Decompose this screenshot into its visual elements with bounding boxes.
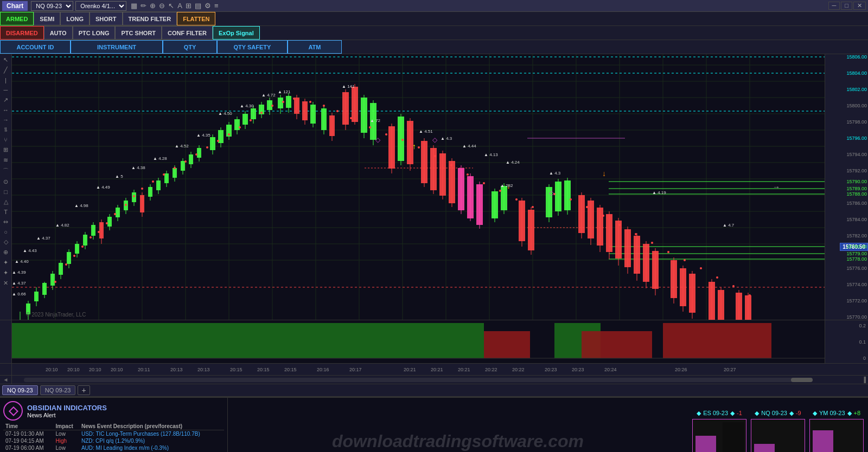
svg-text:↓: ↓ (602, 169, 606, 178)
svg-point-205 (163, 173, 165, 176)
horizontal-line-icon[interactable]: ─ (3, 86, 9, 94)
bar-chart-icon[interactable]: ▦ (131, 2, 137, 10)
svg-text:▲ 4.43: ▲ 4.43 (23, 248, 37, 253)
tab-bar: NQ 09-23 NQ 09-23 + (0, 384, 868, 397)
cursor-tool-icon[interactable]: ↖ (2, 55, 9, 64)
time-label-21: 20:27 (724, 367, 736, 372)
svg-text:◇: ◇ (375, 136, 381, 144)
auto-button[interactable]: AUTO (44, 26, 73, 40)
vertical-line-icon[interactable]: | (4, 76, 8, 85)
scroll-size-icon[interactable]: ▐ (862, 377, 866, 383)
flatten-button[interactable]: FLATTEN (177, 12, 215, 25)
chart2-icon[interactable]: ▤ (195, 2, 201, 10)
svg-rect-186 (709, 282, 715, 320)
exop-signal-button[interactable]: ExOp Signal (213, 26, 260, 40)
scroll-thumb[interactable] (791, 378, 813, 382)
svg-point-220 (336, 110, 339, 112)
text-tool-icon[interactable]: T (3, 208, 9, 216)
arc-icon[interactable]: ⌒ (2, 166, 10, 176)
diamond-icon[interactable]: ◇ (3, 237, 9, 247)
svg-text:▲ 4.51: ▲ 4.51 (419, 129, 433, 134)
text-icon[interactable]: A (177, 2, 182, 10)
scroll-right-icon[interactable]: → (773, 183, 780, 191)
time-label-7: 20:15 (230, 367, 242, 372)
strategy-select[interactable]: Orenko 4/1... (75, 1, 126, 11)
time-label-19: 20:24 (604, 367, 617, 372)
delete-icon[interactable]: ✕ (2, 279, 9, 288)
svg-text:▲ 141: ▲ 141 (342, 84, 355, 89)
svg-rect-78 (156, 180, 161, 190)
fibonacci-tool-icon[interactable]: ≋ (2, 156, 9, 165)
svg-point-198 (98, 231, 100, 233)
svg-rect-112 (302, 101, 308, 120)
maximize-button[interactable]: □ (841, 2, 852, 10)
svg-rect-162 (578, 195, 585, 233)
circle-icon[interactable]: ○ (3, 228, 9, 236)
armed-button[interactable]: ARMED (0, 12, 34, 25)
scroll-track[interactable] (24, 378, 813, 382)
svg-rect-166 (597, 208, 603, 246)
qty-button[interactable]: QTY (163, 40, 217, 54)
close-button[interactable]: ✕ (853, 2, 866, 10)
svg-text:▲ 4.30: ▲ 4.30 (240, 104, 254, 108)
settings-icon[interactable]: ⚙ (205, 2, 211, 10)
account-id-button[interactable]: ACCOUNT ID (0, 40, 71, 54)
trendline-icon[interactable]: ↗ (2, 95, 9, 105)
svg-rect-291 (754, 444, 775, 453)
controls-row1: ARMED SEMI LONG SHORT TREND FILTER FLATT… (0, 12, 868, 26)
nq-chart-svg (751, 419, 805, 453)
qty-safety-button[interactable]: QTY SAFETY (217, 40, 288, 54)
semi-button[interactable]: SEMI (34, 12, 60, 25)
zoom-in-icon[interactable]: ⊕ (150, 2, 156, 10)
list-icon[interactable]: ≡ (214, 2, 219, 10)
svg-rect-172 (624, 229, 631, 267)
measure-icon[interactable]: ⇔ (2, 217, 9, 227)
scroll-left-icon[interactable]: ◄ (3, 377, 9, 383)
chart-tab-1[interactable]: NQ 09-23 (2, 385, 38, 395)
svg-rect-62 (91, 225, 95, 236)
svg-rect-281 (12, 323, 484, 358)
ellipse-icon[interactable]: ⊙ (2, 177, 9, 186)
instrument-select[interactable]: NQ 09-23 (31, 1, 73, 11)
ym-label: ◆ YM 09-23 ◆ +8 (813, 410, 860, 417)
draw-icon[interactable]: ✏ (141, 2, 146, 10)
channel-icon[interactable]: ⥮ (2, 125, 9, 134)
instrument-button[interactable]: INSTRUMENT (71, 40, 163, 54)
line-tool-icon[interactable]: ╱ (3, 66, 9, 75)
time-label-12: 20:21 (404, 367, 416, 372)
svg-rect-190 (736, 293, 742, 320)
eraser-icon[interactable]: ✦ (2, 268, 9, 277)
ptc-short-button[interactable]: PTC SHORT (115, 26, 162, 40)
time-label-15: 20:22 (485, 367, 497, 372)
atm-button[interactable]: ATM (288, 40, 342, 54)
short-button[interactable]: SHORT (90, 12, 123, 25)
svg-rect-289 (723, 422, 744, 453)
ptc-long-button[interactable]: PTC LONG (73, 26, 116, 40)
trend-filter-button[interactable]: TREND FILTER (123, 12, 177, 25)
extend-icon[interactable]: ↔ (2, 106, 10, 114)
long-button[interactable]: LONG (60, 12, 90, 25)
zoom-out-icon[interactable]: ⊖ (159, 2, 165, 10)
rect-icon[interactable]: □ (3, 188, 9, 196)
fibonacci-icon[interactable]: ⊞ (186, 2, 192, 10)
gann-icon[interactable]: ⊞ (2, 145, 9, 154)
svg-text:▲ 4.50: ▲ 4.50 (218, 111, 232, 116)
add-tab-button[interactable]: + (78, 385, 90, 395)
marker-icon[interactable]: ⊕ (2, 248, 9, 257)
main-chart[interactable]: ◇ ◇ ◇ ↑ ↓ ↓ ▲ 141 ▲ 72 ▲ 121 ▲ 4 (12, 54, 825, 320)
triangle-icon[interactable]: △ (3, 197, 9, 206)
ray-icon[interactable]: → (2, 115, 10, 124)
svg-point-199 (106, 222, 108, 224)
svg-rect-48 (34, 292, 39, 301)
svg-point-204 (152, 180, 154, 183)
disarmed-button[interactable]: DISARMED (0, 26, 44, 40)
svg-rect-66 (107, 217, 112, 227)
cursor-icon[interactable]: ↖ (168, 2, 174, 10)
paint-icon[interactable]: ✦ (2, 258, 9, 267)
time-label-5: 20:13 (170, 367, 183, 372)
chart-tab-2[interactable]: NQ 09-23 (40, 385, 76, 395)
minimize-button[interactable]: ─ (828, 2, 840, 10)
pitchfork-icon[interactable]: ⑂ (3, 135, 9, 144)
conf-filter-button[interactable]: CONF FILTER (162, 26, 213, 40)
svg-text:▲ 121: ▲ 121 (278, 89, 291, 94)
